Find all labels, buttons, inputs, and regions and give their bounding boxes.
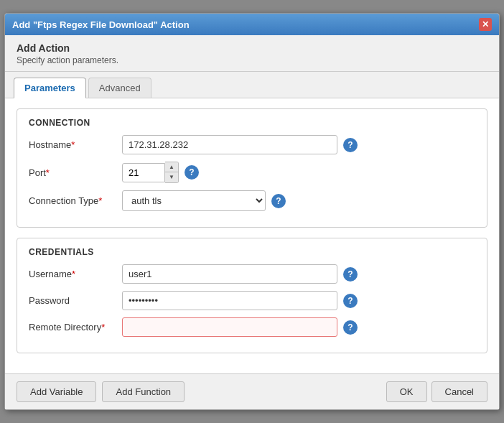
footer-right-buttons: OK Cancel (386, 381, 487, 402)
username-input[interactable] (122, 264, 337, 284)
hostname-control-wrap: ? (122, 135, 475, 154)
password-row: Password ? (29, 291, 475, 310)
tab-parameters[interactable]: Parameters (14, 78, 86, 98)
hostname-row: Hostname* ? (29, 135, 475, 154)
credentials-section: CREDENTIALS Username* ? Password ? (17, 238, 487, 353)
add-action-title: Add Action (17, 42, 487, 54)
username-row: Username* ? (29, 264, 475, 284)
connection-type-row: Connection Type* auth tls plain auth ssl… (29, 190, 475, 211)
hostname-required: * (71, 139, 75, 150)
dialog-footer: Add Variable Add Function OK Cancel (5, 373, 499, 409)
username-label: Username* (29, 269, 122, 279)
remote-directory-required: * (101, 322, 105, 333)
remote-directory-control-wrap: ? (122, 317, 475, 337)
port-decrement-button[interactable]: ▼ (165, 172, 178, 182)
tab-advanced[interactable]: Advanced (88, 78, 151, 98)
connection-type-control-wrap: auth tls plain auth ssl ? (122, 190, 475, 211)
hostname-help-icon[interactable]: ? (343, 138, 358, 152)
username-help-icon[interactable]: ? (343, 267, 358, 282)
port-row: Port* ▲ ▼ ? (29, 162, 475, 183)
password-label: Password (29, 295, 122, 306)
add-variable-button[interactable]: Add Variable (17, 381, 96, 402)
username-required: * (72, 269, 75, 279)
password-help-icon[interactable]: ? (343, 294, 358, 308)
add-function-button[interactable]: Add Function (102, 381, 185, 402)
connection-section: CONNECTION Hostname* ? Port* (17, 108, 487, 228)
connection-type-select-wrap: auth tls plain auth ssl (122, 190, 266, 211)
tabs-bar: Parameters Advanced (5, 72, 499, 98)
port-input[interactable] (122, 163, 165, 182)
connection-type-label: Connection Type* (29, 195, 122, 206)
username-control-wrap: ? (122, 264, 475, 284)
port-control-wrap: ▲ ▼ ? (122, 162, 475, 183)
password-control-wrap: ? (122, 291, 475, 310)
password-input[interactable] (122, 291, 337, 310)
connection-type-select[interactable]: auth tls plain auth ssl (122, 190, 266, 211)
dialog: Add "Ftps Regex File Download" Action ✕ … (4, 13, 500, 410)
connection-type-help-icon[interactable]: ? (271, 194, 286, 208)
dialog-titlebar: Add "Ftps Regex File Download" Action ✕ (5, 14, 499, 35)
remote-directory-help-icon[interactable]: ? (343, 320, 358, 335)
close-button[interactable]: ✕ (479, 18, 492, 31)
remote-directory-row: Remote Directory* ? (29, 317, 475, 337)
add-action-subtitle: Specify action parameters. (17, 55, 487, 65)
port-required: * (46, 167, 50, 178)
dialog-title: Add "Ftps Regex File Download" Action (12, 19, 190, 30)
cancel-button[interactable]: Cancel (431, 381, 487, 402)
footer-left-buttons: Add Variable Add Function (17, 381, 185, 402)
connection-section-title: CONNECTION (29, 118, 475, 128)
port-help-icon[interactable]: ? (185, 165, 199, 180)
connection-type-required: * (98, 195, 102, 206)
port-spinner-wrap: ▲ ▼ (122, 162, 179, 183)
hostname-input[interactable] (122, 135, 337, 154)
port-label: Port* (29, 167, 122, 178)
remote-directory-input[interactable] (122, 317, 337, 337)
port-increment-button[interactable]: ▲ (165, 162, 178, 172)
dialog-body: CONNECTION Hostname* ? Port* (5, 98, 499, 373)
dialog-header: Add Action Specify action parameters. (5, 35, 499, 72)
hostname-label: Hostname* (29, 139, 122, 150)
credentials-section-title: CREDENTIALS (29, 247, 475, 257)
port-spinner-buttons: ▲ ▼ (165, 162, 179, 183)
ok-button[interactable]: OK (386, 381, 427, 402)
remote-directory-label: Remote Directory* (29, 322, 122, 333)
